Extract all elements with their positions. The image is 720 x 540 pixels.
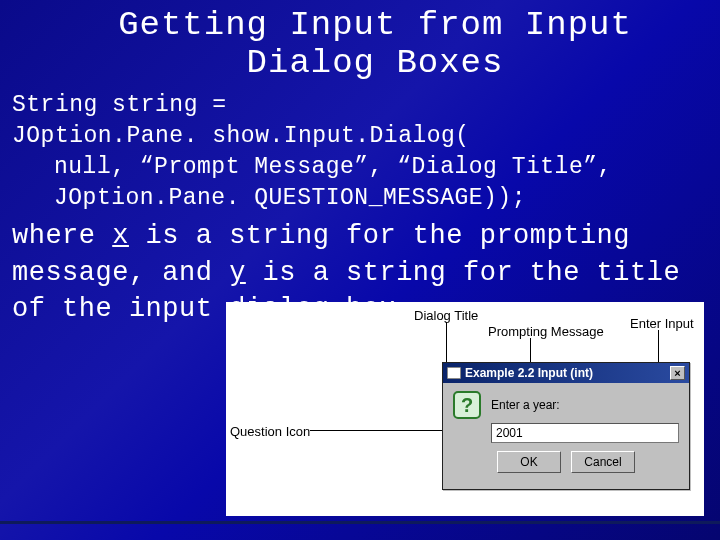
dialog-input[interactable] — [491, 423, 679, 443]
code-line-2: JOption.Pane. show.Input.Dialog( — [12, 123, 470, 149]
label-dialog-title: Dialog Title — [414, 308, 478, 323]
dialog-title-text: Example 2.2 Input (int) — [465, 366, 593, 380]
ok-button[interactable]: OK — [497, 451, 561, 473]
pointer-line — [310, 430, 460, 431]
dialog-prompt: Enter a year: — [491, 398, 560, 412]
desc-p1: where — [12, 221, 112, 251]
dialog-figure: Dialog Title Prompting Message Enter Inp… — [226, 302, 704, 516]
desc-var-x: x — [112, 221, 129, 251]
input-dialog: Example 2.2 Input (int) × ? Enter a year… — [442, 362, 690, 490]
cancel-button[interactable]: Cancel — [571, 451, 635, 473]
code-line-4: JOption.Pane. QUESTION_MESSAGE)); — [12, 183, 708, 214]
java-icon — [447, 367, 461, 379]
dialog-titlebar: Example 2.2 Input (int) × — [443, 363, 689, 383]
dialog-body: ? Enter a year: OK Cancel — [443, 383, 689, 489]
code-block: String string = JOption.Pane. show.Input… — [0, 90, 720, 214]
label-prompting-message: Prompting Message — [488, 324, 604, 339]
question-icon: ? — [453, 391, 481, 419]
label-enter-input: Enter Input — [630, 316, 694, 331]
label-question-icon: Question Icon — [230, 424, 310, 439]
code-line-3: null, “Prompt Message”, “Dialog Title”, — [12, 152, 708, 183]
desc-var-y: y — [229, 258, 246, 288]
pointer-line — [446, 322, 447, 366]
close-icon[interactable]: × — [670, 366, 685, 380]
slide-title: Getting Input from Input Dialog Boxes — [0, 0, 720, 90]
code-line-1: String string = — [12, 92, 227, 118]
divider — [0, 521, 720, 524]
